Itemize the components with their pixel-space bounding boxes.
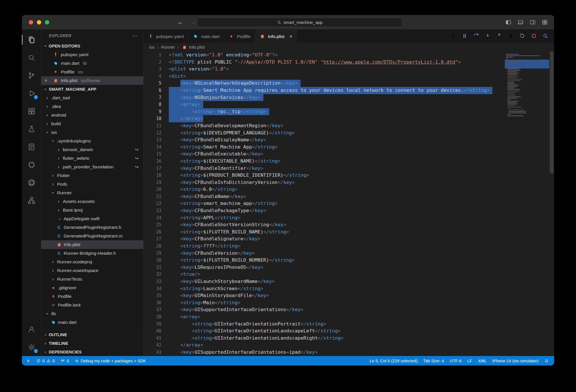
tree-item-GeneratedPluginRegistrant.m[interactable]: CGeneratedPluginRegistrant.m [41, 232, 143, 240]
section-dependencies-header[interactable]: ›DEPENDENCIES [41, 347, 143, 356]
tree-item-bonsoir_darwin[interactable]: ›bonsoir_darwin↪ [41, 145, 143, 154]
history-back-button[interactable]: ← [177, 19, 184, 26]
close-icon[interactable]: × [45, 78, 47, 83]
scrollbar-thumb[interactable] [550, 52, 554, 173]
device-selector[interactable]: iPhone 14 (ios simulator) [490, 356, 541, 366]
open-editor-pubspec.yaml[interactable]: !pubspec.yaml [41, 50, 143, 59]
code-line-21[interactable]: 21 <key>CFBundleName</key> [143, 193, 554, 200]
code-line-30[interactable]: 30 <string>$(FLUTTER_BUILD_NUMBER)</stri… [143, 257, 554, 264]
open-editor-Info.plist[interactable]: ×Info.plistios/Runner [41, 76, 143, 85]
restart-button[interactable] [519, 33, 525, 40]
code-line-7[interactable]: 7 <key>NSBonjourServices</key> [143, 94, 554, 101]
activity-run-debug-button[interactable]: 1 [22, 84, 41, 102]
code-line-5[interactable]: 5 <key>NSLocalNetworkUsageDescription</k… [143, 80, 554, 87]
line-number[interactable]: 32 [143, 271, 161, 278]
tree-item-main.dart[interactable]: main.dart [41, 318, 143, 327]
code-line-25[interactable]: 25 <key>CFBundleShortVersionString</key> [143, 221, 554, 229]
tree-item-Base.lproj[interactable]: ›Base.lproj [41, 206, 143, 214]
tab-pubspec.yaml[interactable]: !pubspec.yaml [143, 30, 188, 43]
stop-button[interactable] [531, 33, 537, 40]
activity-github-button[interactable] [22, 174, 41, 191]
activity-source-control-button[interactable] [22, 66, 41, 84]
pause-button[interactable] [462, 33, 468, 40]
code-line-1[interactable]: 1<?xml version="1.0" encoding="UTF-8"?> [143, 52, 554, 59]
close-window-button[interactable] [29, 20, 33, 24]
line-number[interactable]: 13 [143, 136, 161, 144]
code-line-23[interactable]: 23 <key>CFBundlePackageType</key> [143, 207, 554, 214]
minimap[interactable] [505, 52, 549, 356]
tree-item-flutter_webrtc[interactable]: ›flutter_webrtc↪ [41, 154, 143, 163]
line-number[interactable]: 14 [143, 144, 161, 151]
code-line-22[interactable]: 22 <string>smart_machine_app</string> [143, 200, 554, 207]
code-editor[interactable]: 1<?xml version="1.0" encoding="UTF-8"?>2… [143, 52, 554, 356]
code-line-35[interactable]: 35 <key>UIMainStoryboardFile</key> [143, 292, 554, 299]
activity-search-button[interactable] [22, 49, 41, 66]
tree-item-Pods[interactable]: ›Pods [41, 180, 143, 189]
line-number[interactable]: 9 [143, 108, 161, 115]
code-line-10[interactable]: 10 </array> [143, 115, 554, 122]
line-number[interactable]: 34 [143, 285, 161, 292]
code-line-3[interactable]: 3<plist version="1.0"> [143, 66, 554, 73]
tree-item-.gitignore[interactable]: .gitignore [41, 283, 143, 292]
code-line-40[interactable]: 40 <string>UIInterfaceOrientationLandsca… [143, 328, 554, 335]
encoding-indicator[interactable]: UTF-8 [447, 356, 464, 366]
step-into-button[interactable] [485, 33, 491, 40]
activity-remote-explorer-button[interactable] [22, 156, 41, 174]
step-over-button[interactable] [473, 33, 479, 40]
code-line-19[interactable]: 19 <key>CFBundleInfoDictionaryVersion</k… [143, 179, 554, 186]
activity-explorer-button[interactable] [22, 31, 41, 49]
code-line-31[interactable]: 31 <key>LSRequiresIPhoneOS</key> [143, 264, 554, 271]
minimize-window-button[interactable] [37, 20, 41, 24]
open-editor-Podfile[interactable]: Podfileios [41, 68, 143, 76]
tab-Podfile[interactable]: Podfile [224, 30, 255, 43]
tree-item-GeneratedPluginRegistrant.h[interactable]: CGeneratedPluginRegistrant.h [41, 223, 143, 232]
line-number[interactable]: 16 [143, 158, 161, 165]
tree-item-android[interactable]: ›android [41, 111, 143, 119]
line-number[interactable]: 26 [143, 229, 161, 236]
breadcrumb-Runner[interactable]: Runner [161, 45, 175, 50]
line-number[interactable]: 1 [143, 52, 161, 59]
line-number[interactable]: 15 [143, 151, 161, 158]
tree-item-build[interactable]: ›build [41, 119, 143, 128]
code-line-42[interactable]: 42 </array> [143, 342, 554, 349]
activity-extensions-button[interactable] [22, 102, 41, 120]
line-number[interactable]: 25 [143, 221, 161, 229]
tree-item-Runner-Bridging-Header.h[interactable]: CRunner-Bridging-Header.h [41, 249, 143, 258]
toggle-panel-button[interactable] [518, 19, 524, 25]
breadcrumb-ios[interactable]: ios [149, 45, 155, 50]
code-line-13[interactable]: 13 <key>CFBundleDisplayName</key> [143, 136, 554, 144]
line-number[interactable]: 3 [143, 66, 161, 73]
open-editor-main.dart[interactable]: main.dartlib [41, 59, 143, 68]
line-number[interactable]: 35 [143, 292, 161, 299]
line-number[interactable]: 2 [143, 59, 161, 66]
tree-item-Info.plist[interactable]: Info.plist [41, 240, 143, 249]
code-line-17[interactable]: 17 <key>CFBundleIdentifier</key> [143, 165, 554, 172]
indentation-indicator[interactable]: Tab Size: 4 [420, 356, 447, 366]
line-number[interactable]: 20 [143, 186, 161, 193]
code-line-15[interactable]: 15 <key>CFBundleExecutable</key> [143, 151, 554, 158]
tree-item-Podfile[interactable]: Podfile [41, 292, 143, 301]
line-number[interactable]: 10 [143, 115, 161, 122]
line-number[interactable]: 27 [143, 235, 161, 243]
code-line-34[interactable]: 34 <string>LaunchScreen</string> [143, 285, 554, 292]
code-line-41[interactable]: 41 <string>UIInterfaceOrientationLandsca… [143, 335, 554, 342]
debug-config-selector[interactable]: Debug my code + packages + SDK [72, 356, 149, 366]
toggle-secondary-sidebar-button[interactable] [530, 19, 536, 25]
code-line-12[interactable]: 12 <string>$(DEVELOPMENT_LANGUAGE)</stri… [143, 130, 554, 137]
line-number[interactable]: 7 [143, 94, 161, 101]
tree-item-Runner.xcworkspace[interactable]: ›Runner.xcworkspace [41, 266, 143, 275]
code-line-37[interactable]: 37 <key>UISupportedInterfaceOrientations… [143, 306, 554, 313]
editor-scrollbar[interactable] [549, 52, 554, 356]
command-center-search[interactable]: smart_machine_app [197, 18, 402, 27]
hot-reload-button[interactable] [508, 33, 514, 40]
code-line-20[interactable]: 20 <string>6.0</string> [143, 186, 554, 193]
line-number[interactable]: 5 [143, 80, 161, 87]
language-mode[interactable]: XML [475, 356, 490, 366]
open-editors-header[interactable]: › OPEN EDITORS [41, 42, 143, 50]
code-line-18[interactable]: 18 <string>$(PRODUCT_BUNDLE_IDENTIFIER)<… [143, 172, 554, 179]
tree-item-ios[interactable]: ›ios [41, 128, 143, 137]
line-number[interactable]: 21 [143, 193, 161, 200]
tree-item-AppDelegate.swift[interactable]: AppDelegate.swift [41, 214, 143, 223]
code-line-38[interactable]: 38 <array> [143, 313, 554, 321]
tree-item-lib[interactable]: ›lib [41, 309, 143, 318]
